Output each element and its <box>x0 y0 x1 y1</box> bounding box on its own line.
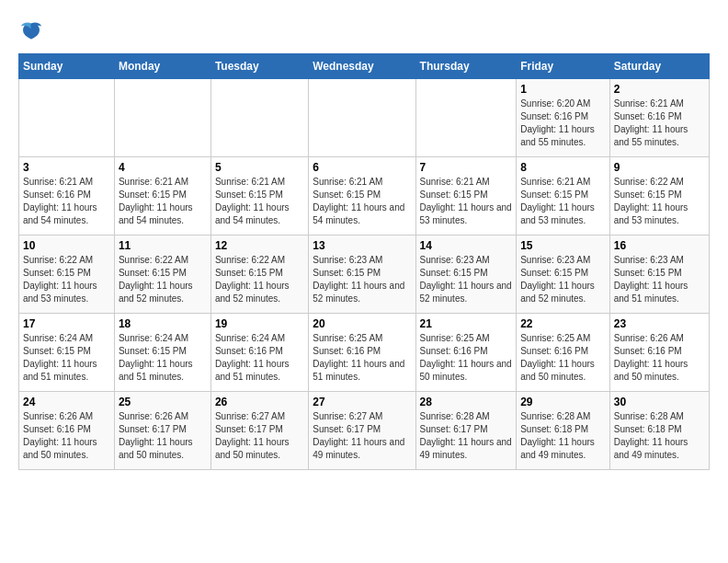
weekday-header: Friday <box>517 54 610 79</box>
day-info: Sunrise: 6:22 AM Sunset: 6:15 PM Dayligh… <box>119 254 207 305</box>
day-info: Sunrise: 6:26 AM Sunset: 6:17 PM Dayligh… <box>119 410 207 462</box>
day-info: Sunrise: 6:25 AM Sunset: 6:16 PM Dayligh… <box>420 332 513 384</box>
calendar-cell <box>309 79 415 157</box>
day-number: 1 <box>520 83 606 96</box>
day-info: Sunrise: 6:21 AM Sunset: 6:15 PM Dayligh… <box>119 176 207 227</box>
day-number: 17 <box>23 317 110 330</box>
day-number: 22 <box>520 317 606 330</box>
day-info: Sunrise: 6:24 AM Sunset: 6:15 PM Dayligh… <box>119 332 207 384</box>
calendar-cell: 17Sunrise: 6:24 AM Sunset: 6:15 PM Dayli… <box>19 314 115 392</box>
day-info: Sunrise: 6:26 AM Sunset: 6:16 PM Dayligh… <box>23 410 110 462</box>
day-number: 16 <box>614 239 705 252</box>
calendar-cell: 15Sunrise: 6:23 AM Sunset: 6:15 PM Dayli… <box>517 236 610 314</box>
day-number: 27 <box>313 396 411 408</box>
day-number: 25 <box>119 396 207 408</box>
calendar-cell: 16Sunrise: 6:23 AM Sunset: 6:15 PM Dayli… <box>609 236 709 314</box>
day-number: 3 <box>23 161 110 174</box>
weekday-header: Sunday <box>19 54 115 79</box>
calendar-cell: 22Sunrise: 6:25 AM Sunset: 6:16 PM Dayli… <box>517 314 610 392</box>
calendar-cell: 2Sunrise: 6:21 AM Sunset: 6:16 PM Daylig… <box>609 79 709 157</box>
calendar-week-row: 3Sunrise: 6:21 AM Sunset: 6:16 PM Daylig… <box>19 157 710 236</box>
calendar-cell <box>210 79 308 157</box>
day-number: 19 <box>215 317 304 330</box>
day-number: 11 <box>119 239 207 252</box>
calendar-cell: 20Sunrise: 6:25 AM Sunset: 6:16 PM Dayli… <box>309 314 415 392</box>
day-info: Sunrise: 6:25 AM Sunset: 6:16 PM Dayligh… <box>313 332 411 384</box>
calendar-cell: 6Sunrise: 6:21 AM Sunset: 6:15 PM Daylig… <box>309 157 415 236</box>
calendar-cell: 12Sunrise: 6:22 AM Sunset: 6:15 PM Dayli… <box>210 236 308 314</box>
calendar-cell: 5Sunrise: 6:21 AM Sunset: 6:15 PM Daylig… <box>210 157 308 236</box>
calendar-cell: 8Sunrise: 6:21 AM Sunset: 6:15 PM Daylig… <box>517 157 610 236</box>
day-number: 6 <box>313 161 411 174</box>
calendar-cell <box>114 79 210 157</box>
logo-bird-icon <box>18 18 44 44</box>
calendar-cell: 4Sunrise: 6:21 AM Sunset: 6:15 PM Daylig… <box>114 157 210 236</box>
weekday-header: Thursday <box>415 54 517 79</box>
calendar-cell: 24Sunrise: 6:26 AM Sunset: 6:16 PM Dayli… <box>19 392 115 470</box>
day-number: 12 <box>215 239 304 252</box>
day-info: Sunrise: 6:22 AM Sunset: 6:15 PM Dayligh… <box>23 254 110 305</box>
day-number: 9 <box>614 161 705 174</box>
calendar-cell <box>415 79 517 157</box>
day-info: Sunrise: 6:21 AM Sunset: 6:15 PM Dayligh… <box>313 176 411 227</box>
day-number: 18 <box>119 317 207 330</box>
weekday-header: Saturday <box>609 54 709 79</box>
day-info: Sunrise: 6:23 AM Sunset: 6:15 PM Dayligh… <box>420 254 513 305</box>
calendar-cell: 14Sunrise: 6:23 AM Sunset: 6:15 PM Dayli… <box>415 236 517 314</box>
day-info: Sunrise: 6:21 AM Sunset: 6:16 PM Dayligh… <box>23 176 110 227</box>
calendar-week-row: 24Sunrise: 6:26 AM Sunset: 6:16 PM Dayli… <box>19 392 710 470</box>
day-number: 13 <box>313 239 411 252</box>
day-number: 15 <box>520 239 606 252</box>
calendar-cell: 29Sunrise: 6:28 AM Sunset: 6:18 PM Dayli… <box>517 392 610 470</box>
day-number: 21 <box>420 317 513 330</box>
day-info: Sunrise: 6:21 AM Sunset: 6:15 PM Dayligh… <box>215 176 304 227</box>
day-number: 30 <box>614 396 705 408</box>
day-info: Sunrise: 6:28 AM Sunset: 6:18 PM Dayligh… <box>520 410 606 462</box>
day-info: Sunrise: 6:23 AM Sunset: 6:15 PM Dayligh… <box>313 254 411 305</box>
day-number: 24 <box>23 396 110 408</box>
day-number: 26 <box>215 396 304 408</box>
calendar-cell: 19Sunrise: 6:24 AM Sunset: 6:16 PM Dayli… <box>210 314 308 392</box>
day-info: Sunrise: 6:24 AM Sunset: 6:15 PM Dayligh… <box>23 332 110 384</box>
day-number: 5 <box>215 161 304 174</box>
calendar-cell: 21Sunrise: 6:25 AM Sunset: 6:16 PM Dayli… <box>415 314 517 392</box>
calendar-cell: 23Sunrise: 6:26 AM Sunset: 6:16 PM Dayli… <box>609 314 709 392</box>
day-number: 2 <box>614 83 705 96</box>
calendar-cell: 30Sunrise: 6:28 AM Sunset: 6:18 PM Dayli… <box>609 392 709 470</box>
calendar-cell: 13Sunrise: 6:23 AM Sunset: 6:15 PM Dayli… <box>309 236 415 314</box>
calendar-cell: 26Sunrise: 6:27 AM Sunset: 6:17 PM Dayli… <box>210 392 308 470</box>
day-info: Sunrise: 6:21 AM Sunset: 6:15 PM Dayligh… <box>420 176 513 227</box>
weekday-header: Tuesday <box>210 54 308 79</box>
calendar-cell: 3Sunrise: 6:21 AM Sunset: 6:16 PM Daylig… <box>19 157 115 236</box>
calendar-cell: 11Sunrise: 6:22 AM Sunset: 6:15 PM Dayli… <box>114 236 210 314</box>
day-number: 10 <box>23 239 110 252</box>
calendar-cell: 25Sunrise: 6:26 AM Sunset: 6:17 PM Dayli… <box>114 392 210 470</box>
day-number: 8 <box>520 161 606 174</box>
calendar-cell: 1Sunrise: 6:20 AM Sunset: 6:16 PM Daylig… <box>517 79 610 157</box>
calendar-week-row: 10Sunrise: 6:22 AM Sunset: 6:15 PM Dayli… <box>19 236 710 314</box>
day-info: Sunrise: 6:26 AM Sunset: 6:16 PM Dayligh… <box>614 332 705 384</box>
calendar-cell: 7Sunrise: 6:21 AM Sunset: 6:15 PM Daylig… <box>415 157 517 236</box>
calendar-week-row: 1Sunrise: 6:20 AM Sunset: 6:16 PM Daylig… <box>19 79 710 157</box>
calendar-cell: 27Sunrise: 6:27 AM Sunset: 6:17 PM Dayli… <box>309 392 415 470</box>
calendar-cell: 10Sunrise: 6:22 AM Sunset: 6:15 PM Dayli… <box>19 236 115 314</box>
calendar-cell: 9Sunrise: 6:22 AM Sunset: 6:15 PM Daylig… <box>609 157 709 236</box>
day-number: 28 <box>420 396 513 408</box>
calendar-cell <box>19 79 115 157</box>
calendar-cell: 18Sunrise: 6:24 AM Sunset: 6:15 PM Dayli… <box>114 314 210 392</box>
weekday-header: Wednesday <box>309 54 415 79</box>
day-info: Sunrise: 6:28 AM Sunset: 6:17 PM Dayligh… <box>420 410 513 462</box>
day-info: Sunrise: 6:22 AM Sunset: 6:15 PM Dayligh… <box>614 176 705 227</box>
calendar-cell: 28Sunrise: 6:28 AM Sunset: 6:17 PM Dayli… <box>415 392 517 470</box>
day-info: Sunrise: 6:21 AM Sunset: 6:15 PM Dayligh… <box>520 176 606 227</box>
day-info: Sunrise: 6:23 AM Sunset: 6:15 PM Dayligh… <box>520 254 606 305</box>
calendar-table: SundayMondayTuesdayWednesdayThursdayFrid… <box>18 53 710 470</box>
logo <box>18 18 48 44</box>
day-number: 20 <box>313 317 411 330</box>
weekday-header: Monday <box>114 54 210 79</box>
page-header <box>18 18 710 44</box>
day-info: Sunrise: 6:22 AM Sunset: 6:15 PM Dayligh… <box>215 254 304 305</box>
day-info: Sunrise: 6:21 AM Sunset: 6:16 PM Dayligh… <box>614 98 705 149</box>
day-number: 7 <box>420 161 513 174</box>
day-number: 14 <box>420 239 513 252</box>
